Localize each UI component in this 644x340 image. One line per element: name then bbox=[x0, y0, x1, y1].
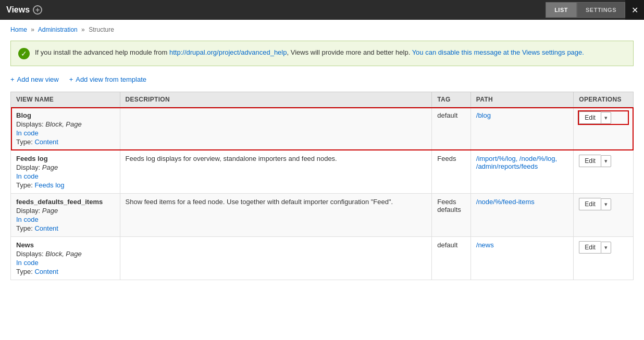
table-body: Blog Displays: Block, Page In code Type:… bbox=[11, 107, 634, 280]
edit-button-group: Edit ▾ bbox=[579, 241, 628, 254]
cell-operations-feedslog: Edit ▾ bbox=[574, 150, 634, 194]
cell-path-feedsdefaults: /node/%/feed-items bbox=[470, 194, 573, 237]
tag-feeds: Feeds bbox=[437, 198, 456, 206]
add-new-view-link[interactable]: + Add new view bbox=[10, 75, 59, 83]
path-link[interactable]: /blog bbox=[476, 111, 568, 119]
view-type: Type: Content bbox=[16, 268, 115, 275]
table-row: Blog Displays: Block, Page In code Type:… bbox=[11, 107, 634, 150]
path-link[interactable]: /node/%/feed-items bbox=[476, 198, 568, 206]
cell-tag-blog: default bbox=[432, 107, 471, 150]
in-code-link[interactable]: In code bbox=[16, 129, 39, 137]
cell-operations-news: Edit ▾ bbox=[574, 237, 634, 280]
cell-description-feedslog: Feeds log displays for overview, standal… bbox=[120, 150, 432, 194]
info-check-icon: ✓ bbox=[18, 48, 30, 59]
plus-icon-1: + bbox=[10, 75, 15, 83]
tab-list[interactable]: List bbox=[546, 2, 577, 18]
disable-message-link[interactable]: You can disable this message at the View… bbox=[412, 48, 584, 56]
path-link-2[interactable]: /admin/reports/feeds bbox=[476, 162, 568, 170]
view-type: Type: Content bbox=[16, 224, 115, 232]
in-code-link[interactable]: In code bbox=[16, 259, 39, 267]
plus-icon-2: + bbox=[69, 75, 73, 83]
view-displays: Displays: Block, Page bbox=[16, 120, 115, 128]
view-in-code: In code bbox=[16, 172, 115, 180]
view-type: Type: Feeds log bbox=[16, 181, 115, 189]
info-box-text: If you install the advanced help module … bbox=[35, 47, 584, 58]
edit-dropdown-button[interactable]: ▾ bbox=[601, 112, 611, 124]
advanced-help-link[interactable]: http://drupal.org/project/advanced_help bbox=[169, 48, 287, 56]
type-link[interactable]: Content bbox=[34, 224, 58, 232]
col-tag: TAG bbox=[432, 92, 471, 107]
col-view-name: VIEW NAME bbox=[11, 92, 120, 107]
add-view-icon[interactable]: + bbox=[33, 5, 42, 15]
table-row: Feeds log Display: Page In code Type: Fe… bbox=[11, 150, 634, 194]
cell-path-news: /news bbox=[470, 237, 573, 280]
path-link[interactable]: /news bbox=[476, 241, 568, 249]
table-row: News Displays: Block, Page In code Type:… bbox=[11, 237, 634, 280]
main-content: Home » Administration » Structure ✓ If y… bbox=[0, 20, 644, 286]
view-name: News bbox=[16, 241, 115, 249]
close-button[interactable]: ✕ bbox=[625, 0, 644, 20]
col-path: PATH bbox=[470, 92, 573, 107]
displays-value: Page bbox=[42, 207, 58, 215]
views-table: VIEW NAME DESCRIPTION TAG PATH OPERATION… bbox=[10, 92, 634, 280]
cell-tag-feedslog: Feeds bbox=[432, 150, 471, 194]
cell-description-blog bbox=[120, 107, 432, 150]
table-row: feeds_defaults_feed_items Display: Page … bbox=[11, 194, 634, 237]
edit-button[interactable]: Edit bbox=[579, 155, 601, 167]
view-type: Type: Content bbox=[16, 138, 115, 146]
add-links-bar: + Add new view + Add view from template bbox=[10, 75, 634, 83]
cell-operations-blog: Edit ▾ bbox=[574, 107, 634, 150]
view-displays: Displays: Block, Page bbox=[16, 250, 115, 258]
edit-button[interactable]: Edit bbox=[579, 198, 601, 210]
cell-path-feedslog: /import/%/log, /node/%/log, /admin/repor… bbox=[470, 150, 573, 194]
view-name: Feeds log bbox=[16, 155, 115, 162]
in-code-link[interactable]: In code bbox=[16, 172, 39, 180]
info-text-before: If you install the advanced help module … bbox=[35, 48, 169, 56]
view-in-code: In code bbox=[16, 259, 115, 267]
app-title: Views + bbox=[6, 5, 42, 15]
path-link-1[interactable]: /import/%/log, /node/%/log, bbox=[476, 155, 568, 162]
edit-button[interactable]: Edit bbox=[579, 241, 601, 254]
tag-defaults: defaults bbox=[437, 206, 461, 213]
breadcrumb-sep-1: » bbox=[31, 26, 34, 33]
breadcrumb-admin[interactable]: Administration bbox=[38, 26, 78, 33]
add-from-template-label: Add view from template bbox=[76, 75, 146, 83]
edit-dropdown-button[interactable]: ▾ bbox=[601, 198, 611, 210]
cell-tag-news: default bbox=[432, 237, 471, 280]
breadcrumb-home[interactable]: Home bbox=[10, 26, 27, 33]
cell-view-name-feedsdefaults: feeds_defaults_feed_items Display: Page … bbox=[11, 194, 120, 237]
edit-button-group: Edit ▾ bbox=[579, 198, 628, 210]
displays-value: Block, Page bbox=[45, 250, 81, 258]
info-text-middle: , Views will provide more and better hel… bbox=[287, 48, 412, 56]
breadcrumb-structure: Structure bbox=[89, 26, 114, 33]
edit-dropdown-button[interactable]: ▾ bbox=[601, 155, 611, 167]
view-name: feeds_defaults_feed_items bbox=[16, 198, 115, 206]
col-description: DESCRIPTION bbox=[120, 92, 432, 107]
cell-view-name-feedslog: Feeds log Display: Page In code Type: Fe… bbox=[11, 150, 120, 194]
cell-description-news bbox=[120, 237, 432, 280]
table-header: VIEW NAME DESCRIPTION TAG PATH OPERATION… bbox=[11, 92, 634, 107]
type-link[interactable]: Feeds log bbox=[34, 181, 64, 189]
cell-operations-feedsdefaults: Edit ▾ bbox=[574, 194, 634, 237]
breadcrumb: Home » Administration » Structure bbox=[10, 26, 634, 33]
type-link[interactable]: Content bbox=[34, 268, 58, 275]
edit-button-group: Edit ▾ bbox=[579, 111, 628, 124]
add-from-template-link[interactable]: + Add view from template bbox=[69, 75, 146, 83]
view-displays: Display: Page bbox=[16, 163, 115, 171]
view-in-code: In code bbox=[16, 129, 115, 137]
tab-settings[interactable]: Settings bbox=[577, 2, 625, 18]
edit-button-group: Edit ▾ bbox=[579, 155, 628, 167]
top-bar-tabs: List Settings bbox=[546, 2, 625, 18]
cell-view-name-news: News Displays: Block, Page In code Type:… bbox=[11, 237, 120, 280]
type-link[interactable]: Content bbox=[34, 138, 58, 146]
in-code-link[interactable]: In code bbox=[16, 216, 39, 223]
info-box: ✓ If you install the advanced help modul… bbox=[10, 41, 634, 66]
edit-dropdown-button[interactable]: ▾ bbox=[601, 242, 611, 254]
top-bar: Views + List Settings ✕ bbox=[0, 0, 644, 20]
settings-link-text: Views settings page bbox=[522, 48, 582, 56]
edit-button[interactable]: Edit bbox=[579, 111, 601, 124]
displays-value: Block, Page bbox=[45, 120, 81, 128]
col-operations: OPERATIONS bbox=[574, 92, 634, 107]
add-new-view-label: Add new view bbox=[17, 75, 59, 83]
cell-path-blog: /blog bbox=[470, 107, 573, 150]
